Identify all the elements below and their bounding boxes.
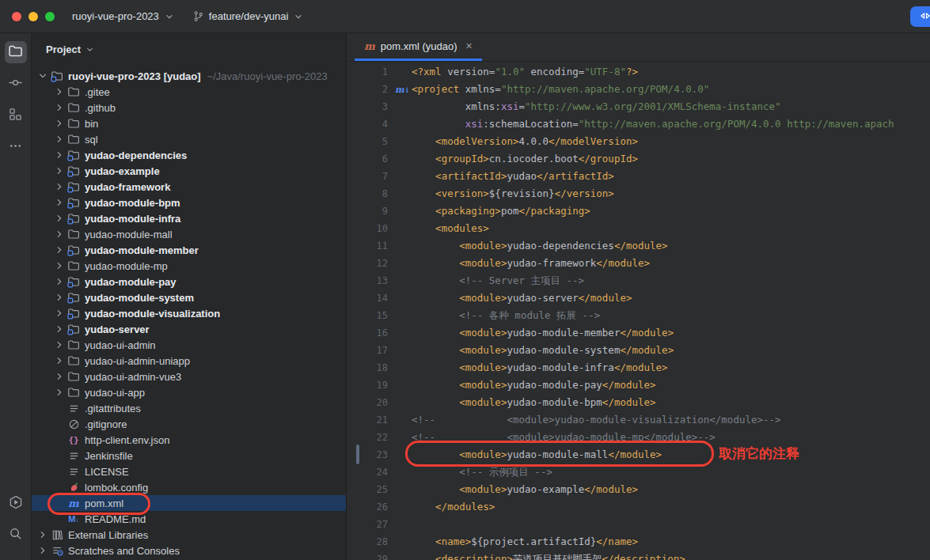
code-line-8[interactable]: 8 <version>${revision}</version> [347, 185, 930, 202]
code-line-16[interactable]: 16 <module>yudao-module-member</module> [347, 324, 930, 342]
close-tab-icon[interactable]: × [466, 40, 473, 52]
tree-item-ruoyi-vue-pro-2023-yudao[interactable]: ruoyi-vue-pro-2023 [yudao]~/Java/ruoyi-v… [32, 68, 346, 84]
commit-tool-button[interactable] [5, 73, 27, 95]
code-line-23[interactable]: 23 <module>yudao-module-mall</module> [347, 446, 930, 464]
code-line-2[interactable]: 2m↓<project xmlns="http://maven.apache.o… [347, 81, 930, 98]
tree-item-pom-xml[interactable]: mpom.xml [32, 495, 346, 511]
tree-item-label: yudao-dependencies [85, 149, 187, 161]
tree-item-label: yudao-module-mp [85, 260, 168, 272]
code-line-14[interactable]: 14 <module>yudao-server</module> [347, 289, 930, 307]
code-line-28[interactable]: 28 <name>${project.artifactId}</name> [347, 533, 930, 551]
code-line-20[interactable]: 20 <module>yudao-module-bpm</module> [347, 394, 930, 411]
code-line-18[interactable]: 18 <module>yudao-module-infra</module> [347, 359, 930, 376]
tree-item-path: ~/Java/ruoyi-vue-pro-2023 [207, 70, 328, 82]
tree-item-yudao-module-mall[interactable]: yudao-module-mall [32, 226, 346, 242]
more-tool-button[interactable] [5, 136, 27, 158]
chevron-right-icon [53, 212, 66, 225]
folder-icon [67, 117, 80, 130]
tree-item-readme-md[interactable]: M↓README.md [32, 511, 346, 527]
code-line-25[interactable]: 25 <module>yudao-example</module> [347, 481, 930, 498]
tree-item-yudao-module-visualization[interactable]: yudao-module-visualization [32, 305, 346, 321]
code-line-29[interactable]: 29 <description>芋道项目基础脚手架</description> [347, 551, 930, 560]
code-line-21[interactable]: 21<!-- <module>yudao-module-visualizatio… [347, 411, 930, 429]
branch-selector[interactable]: feature/dev-yunai [192, 10, 304, 22]
tree-item-gitignore[interactable]: .gitignore [32, 416, 346, 432]
line-number: 5 [347, 133, 388, 150]
gutter [388, 133, 412, 150]
tree-item-yudao-module-infra[interactable]: yudao-module-infra [32, 210, 346, 226]
code-line-27[interactable]: 27 [347, 516, 930, 533]
tree-item-license[interactable]: LICENSE [32, 464, 346, 479]
code-line-26[interactable]: 26 </modules> [347, 498, 930, 516]
gutter [388, 185, 412, 202]
code-line-24[interactable]: 24 <!-- 示例项目 --> [347, 464, 930, 481]
code-line-7[interactable]: 7 <artifactId>yudao</artifactId> [347, 168, 930, 185]
code-line-4[interactable]: 4 xsi:schemaLocation="http://maven.apach… [347, 115, 930, 133]
tree-item-label: Scratches and Consoles [68, 545, 180, 557]
tree-item-yudao-framework[interactable]: yudao-framework [32, 179, 346, 195]
code-line-5[interactable]: 5 <modelVersion>4.0.0</modelVersion> [347, 133, 930, 150]
tree-item-github[interactable]: .github [32, 100, 346, 115]
structure-icon [8, 107, 23, 124]
line-number: 1 [347, 63, 388, 81]
tree-item-gitattributes[interactable]: .gitattributes [32, 400, 346, 416]
search-tool-button[interactable] [5, 524, 27, 546]
project-panel-header[interactable]: Project [32, 33, 346, 65]
project-selector[interactable]: ruoyi-vue-pro-2023 [72, 10, 175, 22]
tree-item-yudao-ui-admin-uniapp[interactable]: yudao-ui-admin-uniapp [32, 353, 346, 369]
tree-item-http-client-env-json[interactable]: {}http-client.env.json [32, 432, 346, 448]
editor-tab-pom-xml[interactable]: m pom.xml (yudao) × [355, 33, 482, 61]
tree-item-sql[interactable]: sql [32, 131, 346, 147]
tree-item-label: yudao-module-mall [85, 229, 173, 240]
tree-item-yudao-example[interactable]: yudao-example [32, 163, 346, 179]
tree-item-yudao-ui-app[interactable]: yudao-ui-app [32, 384, 346, 400]
folder-icon [67, 386, 80, 399]
code-line-13[interactable]: 13 <!-- Server 主项目 --> [347, 272, 930, 289]
code-area[interactable]: 1<?xml version="1.0" encoding="UTF-8"?>2… [347, 62, 930, 560]
tree-item-jenkinsfile[interactable]: Jenkinsfile [32, 448, 346, 464]
fullscreen-window-button[interactable] [45, 12, 55, 21]
tree-item-lombok-config[interactable]: lombok.config [32, 479, 346, 495]
tree-item-yudao-module-bpm[interactable]: yudao-module-bpm [32, 195, 346, 210]
tree-item-yudao-module-pay[interactable]: yudao-module-pay [32, 274, 346, 289]
close-window-button[interactable] [12, 12, 21, 21]
tree-item-yudao-module-mp[interactable]: yudao-module-mp [32, 258, 346, 274]
tree-item-yudao-dependencies[interactable]: yudao-dependencies [32, 147, 346, 163]
tree-item-bin[interactable]: bin [32, 115, 346, 131]
gutter [388, 533, 412, 551]
line-number: 10 [347, 220, 388, 237]
code-line-11[interactable]: 11 <module>yudao-dependencies</module> [347, 237, 930, 255]
tree-item-external-libraries[interactable]: External Libraries [32, 527, 346, 543]
chevron-right-icon [53, 180, 66, 193]
code-line-15[interactable]: 15 <!-- 各种 module 拓展 --> [347, 307, 930, 324]
code-line-10[interactable]: 10 <modules> [347, 220, 930, 237]
tree-item-scratches-and-consoles[interactable]: Scratches and Consoles [32, 543, 346, 558]
maven-icon: m [364, 41, 375, 51]
code-line-1[interactable]: 1<?xml version="1.0" encoding="UTF-8"?> [347, 63, 930, 81]
code-line-17[interactable]: 17 <module>yudao-module-system</module> [347, 342, 930, 359]
tree-item-label: yudao-framework [85, 181, 170, 193]
line-number: 24 [347, 464, 388, 481]
structure-tool-button[interactable] [5, 104, 27, 127]
tree-item-yudao-module-member[interactable]: yudao-module-member [32, 242, 346, 258]
folder-icon [67, 370, 80, 383]
code-line-6[interactable]: 6 <groupId>cn.iocoder.boot</groupId> [347, 150, 930, 168]
code-line-19[interactable]: 19 <module>yudao-module-pay</module> [347, 376, 930, 394]
gutter [388, 498, 412, 516]
code-with-me-button[interactable] [910, 6, 930, 27]
tree-item-gitee[interactable]: .gitee [32, 84, 346, 100]
code-line-22[interactable]: 22<!-- <module>yudao-module-mp</module>-… [347, 429, 930, 446]
tree-item-yudao-server[interactable]: yudao-server [32, 321, 346, 337]
tree-item-yudao-ui-admin-vue3[interactable]: yudao-ui-admin-vue3 [32, 369, 346, 384]
minimize-window-button[interactable] [28, 12, 38, 21]
run-tool-button[interactable] [5, 492, 27, 514]
project-folder-tool-button[interactable] [5, 41, 27, 63]
code-line-12[interactable]: 12 <module>yudao-framework</module> [347, 255, 930, 272]
tree-item-yudao-ui-admin[interactable]: yudao-ui-admin [32, 337, 346, 353]
gutter [388, 289, 412, 307]
code-line-9[interactable]: 9 <packaging>pom</packaging> [347, 202, 930, 220]
tree-item-label: README.md [85, 513, 146, 525]
tree-item-yudao-module-system[interactable]: yudao-module-system [32, 289, 346, 305]
tree-item-label: yudao-server [85, 324, 150, 335]
code-line-3[interactable]: 3 xmlns:xsi="http://www.w3.org/2001/XMLS… [347, 98, 930, 115]
